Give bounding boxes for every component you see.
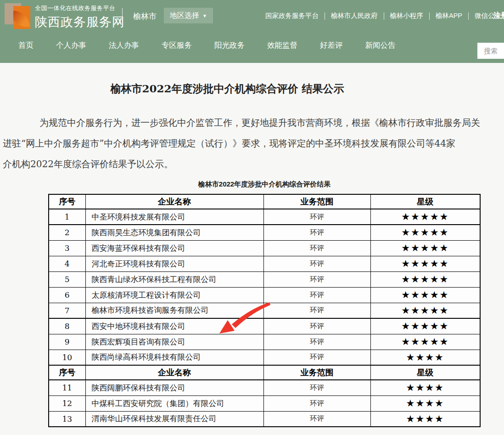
table-row: 7榆林市环境科技咨询服务有限公司环评★★★★★ (49, 303, 480, 318)
platform-tagline: 全国一体化在线政务服务平台 (35, 4, 125, 12)
name-cell: 渭南华山环保科技发展有限责任公司 (85, 411, 263, 427)
paragraph-line: 介机构2022年度综合评价结果予以公示。 (3, 154, 504, 175)
name-cell: 陕西宏辉项目咨询有限公司 (85, 334, 263, 350)
no-cell: 9 (49, 334, 85, 350)
region-select-button[interactable]: 地区选择 ▼ (164, 8, 213, 23)
scope-cell: 环评 (263, 411, 370, 427)
star-rating-cell: ★★★★ (370, 380, 480, 395)
announcement-page: 榆林市2022年度涉批中介机构综合评价 结果公示 为规范中介服务行为，进一步强化… (0, 63, 504, 435)
column-header: 企业名称 (85, 365, 263, 380)
scope-cell: 环评 (263, 256, 370, 271)
no-cell: 6 (49, 287, 85, 303)
column-header: 业务范围 (263, 194, 370, 209)
scope-cell: 环评 (263, 380, 370, 395)
table-caption: 榆林市2022年度涉批中介机构综合评价结果 (0, 180, 504, 189)
nav-item-rating[interactable]: 好差评 (320, 40, 343, 51)
paragraph-line: 进驻“网上中介服务超市”中介机构考评管理规定（试行）》要求，现将评定的中圣环境科… (3, 133, 504, 154)
name-cell: 太原核清环境工程设计有限公司 (85, 287, 263, 303)
table-row: 2陕西雨昊生态环境集团有限公司环评★★★★★ (49, 225, 480, 240)
name-cell: 榆林市环境科技咨询服务有限公司 (85, 303, 263, 318)
table-row: 13渭南华山环保科技发展有限责任公司环评★★★★ (49, 411, 480, 427)
table-row: 3西安海蓝环保科技有限公司环评★★★★★ (49, 240, 480, 256)
link-national-platform[interactable]: 国家政务服务平台 (265, 11, 319, 20)
no-cell: 8 (49, 318, 85, 334)
name-cell: 中圣环境科技发展有限公司 (85, 209, 263, 225)
region-select-label: 地区选择 (170, 11, 199, 21)
nav-item-zone-services[interactable]: 专区服务 (162, 40, 192, 51)
nav-item-news[interactable]: 新闻公告 (365, 40, 396, 51)
brand-divider (122, 8, 123, 23)
result-table-zone: 榆林市2022年度涉批中介机构综合评价结果 序号企业名称业务范围星级1中圣环境科… (0, 180, 504, 427)
star-rating-cell: ★★★★★ (370, 256, 480, 271)
link-separator (384, 12, 384, 20)
name-cell: 陕西雨昊生态环境集团有限公司 (85, 225, 263, 240)
chevron-down-icon: ▼ (202, 13, 207, 18)
star-rating-cell: ★★★★★ (370, 225, 480, 240)
nav-item-home[interactable]: 首页 (18, 40, 34, 51)
table-header-row: 序号企业名称业务范围星级 (49, 194, 480, 209)
name-cell: 陕西青山绿水环保科技工程有限公司 (85, 271, 263, 287)
register-link[interactable]: 注册 (493, 11, 504, 21)
table-row: 5陕西青山绿水环保科技工程有限公司环评★★★★★ (49, 271, 480, 287)
site-logo-icon[interactable] (5, 3, 30, 29)
nav-item-personal[interactable]: 个人办事 (56, 40, 86, 51)
no-cell: 7 (49, 303, 85, 318)
top-bar: 全国一体化在线政务服务平台 陕西政务服务网 榆林市 地区选择 ▼ 国家政务服务平… (0, 0, 504, 34)
scope-cell: 环评 (263, 240, 370, 256)
table-row: 4河北奇正环境科技有限公司环评★★★★★ (49, 256, 480, 271)
table-row: 1中圣环境科技发展有限公司环评★★★★★ (49, 209, 480, 225)
search-input[interactable] (477, 43, 504, 59)
no-cell: 10 (49, 350, 85, 365)
main-nav: 首页 个人办事 法人办事 专区服务 阳光政务 效能监督 好差评 新闻公告 (0, 34, 504, 56)
star-rating-cell: ★★★★★ (370, 240, 480, 256)
link-separator (325, 12, 325, 20)
scope-cell: 环评 (263, 287, 370, 303)
no-cell: 3 (49, 240, 85, 256)
name-cell: 陕西尚绿高科环境科技有限公司 (85, 350, 263, 365)
star-rating-cell: ★★★★★ (370, 334, 480, 350)
no-cell: 11 (49, 380, 85, 395)
logo-leaf-icon (13, 9, 30, 29)
scope-cell: 环评 (263, 303, 370, 318)
name-cell: 中煤科工西安研究院（集团）有限公司 (85, 395, 263, 411)
table-row: 12中煤科工西安研究院（集团）有限公司环评★★★★ (49, 395, 480, 411)
star-rating-cell: ★★★★ (370, 411, 480, 427)
column-header: 星级 (370, 365, 480, 380)
star-rating-cell: ★★★★★ (370, 303, 480, 318)
nav-item-efficiency[interactable]: 效能监督 (267, 40, 297, 51)
link-separator (468, 12, 469, 20)
scope-cell: 环评 (263, 225, 370, 240)
evaluation-table: 序号企业名称业务范围星级1中圣环境科技发展有限公司环评★★★★★2陕西雨昊生态环… (48, 194, 481, 427)
table-row: 9陕西宏辉项目咨询有限公司环评★★★★★ (49, 334, 480, 350)
nav-item-open-government[interactable]: 阳光政务 (214, 40, 245, 51)
main-nav-bar: 首页 个人办事 法人办事 专区服务 阳光政务 效能监督 好差评 新闻公告 (0, 34, 504, 63)
table-header-row: 序号企业名称业务范围星级 (49, 365, 480, 380)
column-header: 业务范围 (263, 365, 370, 380)
scope-cell: 环评 (263, 271, 370, 287)
star-rating-cell: ★★★★★ (370, 287, 480, 303)
table-row: 11陕西阔鹏环保科技有限公司环评★★★★ (49, 380, 480, 395)
site-header: 全国一体化在线政务服务平台 陕西政务服务网 榆林市 地区选择 ▼ 国家政务服务平… (0, 0, 504, 63)
no-cell: 1 (49, 209, 85, 225)
scope-cell: 环评 (263, 395, 370, 411)
star-rating-cell: ★★★★★ (370, 271, 480, 287)
column-header: 序号 (49, 194, 85, 209)
link-city-government[interactable]: 榆林市人民政府 (331, 11, 378, 20)
logo-orange-square (13, 6, 30, 29)
link-mini-program[interactable]: 榆林小程序 (390, 11, 424, 20)
page-title: 榆林市2022年度涉批中介机构综合评价 结果公示 (0, 63, 454, 96)
table-row: 6太原核清环境工程设计有限公司环评★★★★★ (49, 287, 480, 303)
column-header: 星级 (370, 194, 480, 209)
no-cell: 13 (49, 411, 85, 427)
no-cell: 12 (49, 395, 85, 411)
scope-cell: 环评 (263, 350, 370, 365)
scope-cell: 环评 (263, 318, 370, 334)
column-header: 企业名称 (85, 194, 263, 209)
link-city-app[interactable]: 榆林APP (436, 11, 462, 20)
paragraph-line: 为规范中介服务行为，进一步强化中介监管工作，更好地提升我市营商环境，根据《榆林市… (3, 113, 504, 133)
announcement-paragraph: 为规范中介服务行为，进一步强化中介监管工作，更好地提升我市营商环境，根据《榆林市… (0, 113, 504, 175)
nav-item-legal-person[interactable]: 法人办事 (109, 40, 139, 51)
star-rating-cell: ★★★★ (370, 395, 480, 411)
no-cell: 5 (49, 271, 85, 287)
column-header: 序号 (49, 365, 85, 380)
